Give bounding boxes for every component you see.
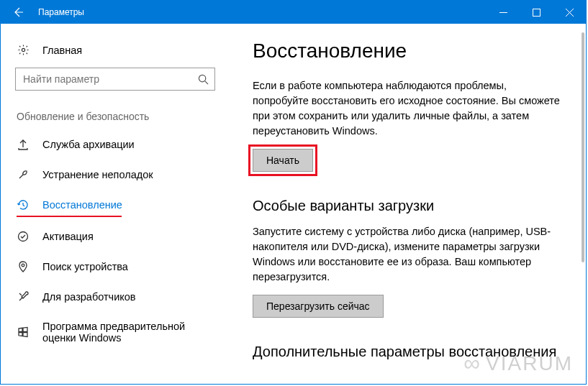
reset-description: Если в работе компьютера наблюдаются про… [253,78,564,139]
wrench-icon [17,168,30,181]
sidebar-item-activation[interactable]: Активация [1,221,231,252]
minimize-button[interactable] [487,1,520,24]
settings-window: Параметры Главная Обновление и безопасно [0,0,587,385]
gear-icon [17,44,30,56]
minimize-icon [499,9,507,17]
svg-point-2 [199,75,205,81]
sidebar-item-developers[interactable]: Для разработчиков [1,282,231,312]
windows-icon [17,326,30,339]
page-title: Восстановление [253,40,564,63]
sidebar-item-troubleshoot[interactable]: Устранение неполадок [1,160,231,190]
tools-icon [17,290,30,303]
svg-rect-0 [533,9,540,16]
sidebar-item-label: Восстановление [42,199,122,211]
sidebar: Главная Обновление и безопасность Служба… [1,24,231,384]
advanced-startup-heading: Особые варианты загрузки [253,198,564,214]
svg-point-3 [19,232,28,242]
titlebar: Параметры [1,1,586,24]
close-icon [566,9,574,17]
window-title: Параметры [35,7,84,17]
sidebar-item-label: Активация [42,231,94,242]
annotation-underline [17,216,122,217]
reset-start-button[interactable]: Начать [253,149,313,172]
search-box[interactable] [15,68,215,91]
back-button[interactable] [1,1,35,24]
more-recovery-heading: Дополнительные параметры восстановления [253,344,564,360]
location-icon [17,260,30,273]
sidebar-item-label: Устранение неполадок [42,169,153,180]
sidebar-item-label: Программа предварительной оценки Windows [42,321,215,344]
sidebar-item-label: Служба архивации [42,139,135,150]
upload-icon [17,138,30,151]
maximize-icon [533,9,540,17]
search-icon [191,74,214,85]
advanced-startup-description: Запустите систему с устройства либо диск… [253,224,564,285]
history-icon [17,198,30,211]
search-input[interactable] [16,73,191,85]
close-button[interactable] [553,1,586,24]
back-arrow-icon [12,6,24,18]
scrollbar[interactable] [582,32,584,262]
sidebar-item-insider[interactable]: Программа предварительной оценки Windows [1,312,231,352]
sidebar-item-label: Для разработчиков [42,291,136,303]
home-link[interactable]: Главная [1,38,231,62]
sidebar-item-label: Поиск устройства [42,261,128,272]
home-label: Главная [42,45,82,56]
maximize-button[interactable] [520,1,553,24]
section-label: Обновление и безопасность [1,96,231,129]
window-controls [487,1,586,24]
checkmark-circle-icon [17,230,30,243]
restart-now-button[interactable]: Перезагрузить сейчас [253,295,384,318]
main-content: Восстановление Если в работе компьютера … [231,24,586,384]
sidebar-item-find-device[interactable]: Поиск устройства [1,252,231,282]
svg-point-4 [22,264,24,267]
sidebar-item-backup[interactable]: Служба архивации [1,129,231,160]
svg-point-1 [22,48,24,51]
